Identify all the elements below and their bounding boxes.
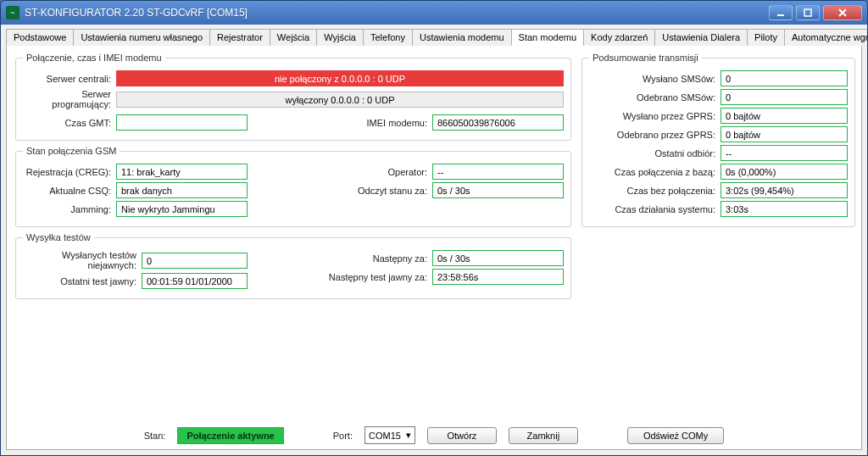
app-icon: ~	[6, 6, 19, 19]
tab-3[interactable]: Wejścia	[270, 29, 317, 46]
titlebar[interactable]: ~ ST-KONFIGURATOR 2.20 ST-GDCvRF [COM15]	[1, 1, 867, 25]
value-czas-sys: 3:03s	[721, 201, 848, 217]
label-wysl-gprs: Wysłano przez GPRS:	[589, 111, 721, 121]
label-jamming: Jamming:	[23, 204, 116, 214]
value-serwer-centrali: nie połączony z 0.0.0.0 : 0 UDP	[116, 70, 564, 86]
value-nast: 0s / 30s	[432, 250, 564, 266]
value-wysl-gprs: 0 bajtów	[721, 108, 848, 124]
minimize-button[interactable]	[769, 5, 793, 20]
maximize-button[interactable]	[796, 5, 820, 20]
statusbar-stan-label: Stan:	[144, 431, 166, 441]
group-connection: Połączenie, czas i IMEI modemu Serwer ce…	[15, 53, 571, 141]
port-select-value: COM15	[369, 431, 401, 441]
refresh-com-button[interactable]: Odśwież COMy	[627, 427, 724, 444]
value-nast-jawny: 23:58:56s	[432, 269, 564, 285]
value-imei: 866050039876006	[432, 114, 564, 131]
value-ost-test: 00:01:59 01/01/2000	[142, 273, 248, 289]
label-nast-jawny: Następny test jawny za:	[298, 272, 432, 282]
tab-10[interactable]: Piloty	[747, 29, 785, 46]
label-wysl-test: Wysłanych testów niejawnych:	[23, 250, 142, 270]
statusbar-port-label: Port:	[333, 431, 353, 441]
close-button[interactable]	[823, 5, 862, 20]
status-bar: Stan: Połączenie aktywne Port: COM15 ▾ O…	[6, 421, 862, 450]
label-odczyt: Odczyt stanu za:	[298, 186, 432, 196]
label-imei: IMEI modemu:	[298, 118, 432, 128]
app-window: ~ ST-KONFIGURATOR 2.20 ST-GDCvRF [COM15]…	[0, 0, 868, 456]
group-summary-title: Podsumowanie transmisji	[589, 53, 702, 63]
value-rejestracja: 11: brak_karty	[116, 164, 248, 180]
value-odeb-sms: 0	[721, 89, 848, 105]
label-czas-pol: Czas połączenia z bazą:	[589, 167, 721, 177]
label-nast: Następny za:	[298, 253, 432, 264]
tab-content: Połączenie, czas i IMEI modemu Serwer ce…	[6, 46, 862, 429]
group-tests-title: Wysyłka testów	[23, 232, 94, 242]
value-serwer-prog: wyłączony 0.0.0.0 : 0 UDP	[116, 92, 564, 108]
group-gsm: Stan połączenia GSM Rejestracja (CREG):1…	[15, 146, 571, 227]
value-odeb-gprs: 0 bajtów	[721, 126, 848, 142]
label-odeb-gprs: Odebrano przez GPRS:	[589, 130, 721, 140]
value-csq: brak danych	[116, 182, 248, 198]
label-serwer-prog: Serwer programujący:	[23, 89, 116, 109]
group-connection-title: Połączenie, czas i IMEI modemu	[23, 53, 165, 63]
tab-7[interactable]: Stan modemu	[511, 29, 584, 46]
group-gsm-title: Stan połączenia GSM	[23, 146, 120, 156]
label-czas-sys: Czas działania systemu:	[589, 204, 721, 214]
label-czas-bez: Czas bez połączenia:	[589, 186, 721, 196]
label-rejestracja: Rejestracja (CREG):	[23, 167, 116, 177]
label-czas-gmt: Czas GMT:	[23, 118, 116, 128]
group-summary: Podsumowanie transmisji Wysłano SMSów:0 …	[581, 53, 855, 227]
svg-rect-1	[804, 9, 811, 16]
label-csq: Aktualne CSQ:	[23, 186, 116, 196]
close-port-button[interactable]: Zamknij	[509, 427, 578, 444]
tab-5[interactable]: Telefony	[363, 29, 413, 46]
tab-4[interactable]: Wyjścia	[316, 29, 364, 46]
tab-11[interactable]: Automatyczne wgrywanie ustawień	[784, 29, 868, 46]
value-czas-pol: 0s (0,000%)	[721, 164, 848, 180]
tab-bar: PodstawoweUstawienia numeru własnegoReje…	[6, 28, 862, 46]
value-czas-bez: 3:02s (99,454%)	[721, 182, 848, 198]
tab-1[interactable]: Ustawienia numeru własnego	[73, 29, 210, 46]
value-czas-gmt	[116, 114, 248, 131]
value-wysl-test: 0	[142, 253, 248, 269]
tab-9[interactable]: Ustawienia Dialera	[654, 29, 748, 46]
value-odczyt: 0s / 30s	[432, 182, 564, 198]
label-wysl-sms: Wysłano SMSów:	[589, 74, 721, 84]
label-odeb-sms: Odebrano SMSów:	[589, 92, 721, 103]
value-ost-odbior: --	[721, 145, 848, 161]
label-ost-test: Ostatni test jawny:	[23, 276, 142, 286]
port-select[interactable]: COM15 ▾	[364, 426, 415, 444]
group-tests: Wysyłka testów Wysłanych testów niejawny…	[15, 232, 571, 299]
statusbar-stan-value: Połączenie aktywne	[177, 427, 283, 444]
chevron-down-icon: ▾	[406, 430, 411, 441]
tab-6[interactable]: Ustawienia modemu	[412, 29, 512, 46]
label-serwer-centrali: Serwer centrali:	[23, 74, 116, 84]
value-jamming: Nie wykryto Jammingu	[116, 201, 248, 217]
tab-8[interactable]: Kody zdarzeń	[583, 29, 655, 46]
tab-0[interactable]: Podstawowe	[6, 29, 74, 46]
value-operator: --	[432, 164, 564, 180]
value-wysl-sms: 0	[721, 70, 848, 86]
window-title: ST-KONFIGURATOR 2.20 ST-GDCvRF [COM15]	[25, 7, 769, 19]
label-ost-odbior: Ostatni odbiór:	[589, 148, 721, 158]
open-button[interactable]: Otwórz	[427, 427, 497, 444]
label-operator: Operator:	[298, 167, 432, 177]
tab-2[interactable]: Rejestrator	[209, 29, 270, 46]
